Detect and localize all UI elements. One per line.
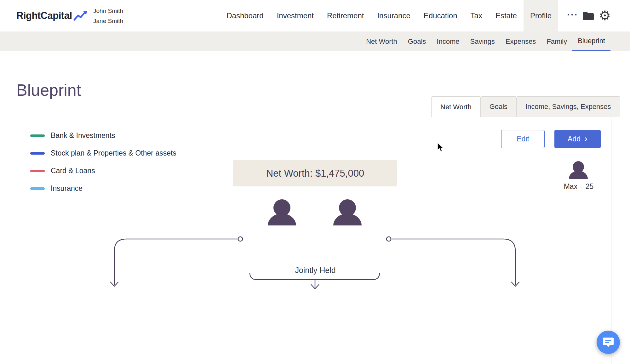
chat-launcher-button[interactable] — [597, 331, 620, 354]
gear-glyph: ⚙ — [599, 9, 611, 22]
edit-button[interactable]: Edit — [501, 130, 545, 148]
client-name-1: John Smith — [93, 6, 123, 16]
jointly-held-label: Jointly Held — [284, 266, 347, 275]
logo-chart-icon — [73, 10, 88, 23]
legend-swatch-red — [30, 170, 45, 172]
add-button[interactable]: Add › — [554, 130, 601, 148]
subnav-family[interactable]: Family — [541, 31, 572, 51]
nav-insurance[interactable]: Insurance — [370, 0, 417, 31]
subnav-income[interactable]: Income — [431, 31, 465, 51]
tab-net-worth[interactable]: Net Worth — [431, 96, 481, 117]
net-worth-card: Bank & Investments Stock plan & Properti… — [17, 117, 611, 364]
legend-label: Stock plan & Properties & Other assets — [51, 149, 176, 157]
add-button-label: Add — [568, 135, 581, 143]
gear-icon[interactable]: ⚙ — [597, 0, 613, 31]
legend-item-insurance: Insurance — [30, 184, 83, 193]
nav-dashboard[interactable]: Dashboard — [220, 0, 270, 31]
max-person-label: Max – 25 — [553, 182, 605, 191]
tab-goals[interactable]: Goals — [481, 96, 517, 117]
net-worth-total: Net Worth: $1,475,000 — [233, 160, 397, 186]
header-icons: ⋯ ⚙ — [564, 0, 613, 31]
nav-investment[interactable]: Investment — [270, 0, 320, 31]
client-name-2: Jane Smith — [93, 16, 123, 26]
more-menu-glyph: ⋯ — [566, 9, 578, 20]
legend-label: Card & Loans — [51, 167, 95, 175]
chevron-right-icon: › — [584, 133, 587, 144]
legend-swatch-green — [30, 134, 45, 137]
legend-item-stock: Stock plan & Properties & Other assets — [30, 149, 176, 157]
more-menu-icon[interactable]: ⋯ — [564, 0, 580, 31]
page-title: Blueprint — [16, 81, 81, 100]
folder-icon[interactable] — [580, 0, 597, 31]
legend-item-loans: Card & Loans — [30, 167, 95, 175]
legend-item-bank: Bank & Investments — [30, 131, 115, 140]
tab-income-savings-expenses[interactable]: Income, Savings, Expenses — [517, 96, 620, 117]
chat-bubble-icon — [603, 337, 614, 348]
nav-estate[interactable]: Estate — [489, 0, 524, 31]
header-nav: Dashboard Investment Retirement Insuranc… — [220, 0, 613, 31]
blueprint-tabs: Net Worth Goals Income, Savings, Expense… — [431, 96, 620, 117]
nav-profile[interactable]: Profile — [524, 0, 558, 31]
legend-swatch-blue — [30, 152, 45, 155]
rightcapital-logo[interactable]: RightCapital — [16, 0, 88, 31]
client-selector[interactable]: John Smith Jane Smith — [93, 6, 123, 26]
profile-subnav: Net Worth Goals Income Savings Expenses … — [0, 31, 630, 51]
nav-education[interactable]: Education — [417, 0, 464, 31]
subnav-net-worth[interactable]: Net Worth — [361, 31, 403, 51]
nav-retirement[interactable]: Retirement — [320, 0, 370, 31]
logo-text: RightCapital — [16, 10, 72, 21]
blueprint-page: RightCapital John Smith Jane Smith Dashb… — [0, 0, 630, 364]
legend-label: Bank & Investments — [51, 131, 115, 140]
top-header: RightCapital John Smith Jane Smith Dashb… — [0, 0, 630, 31]
subnav-savings[interactable]: Savings — [465, 31, 500, 51]
subnav-expenses[interactable]: Expenses — [500, 31, 541, 51]
legend-label: Insurance — [51, 184, 83, 193]
nav-tax[interactable]: Tax — [464, 0, 489, 31]
subnav-blueprint[interactable]: Blueprint — [572, 31, 610, 51]
legend-swatch-lightblue — [30, 187, 45, 190]
subnav-goals[interactable]: Goals — [403, 31, 431, 51]
